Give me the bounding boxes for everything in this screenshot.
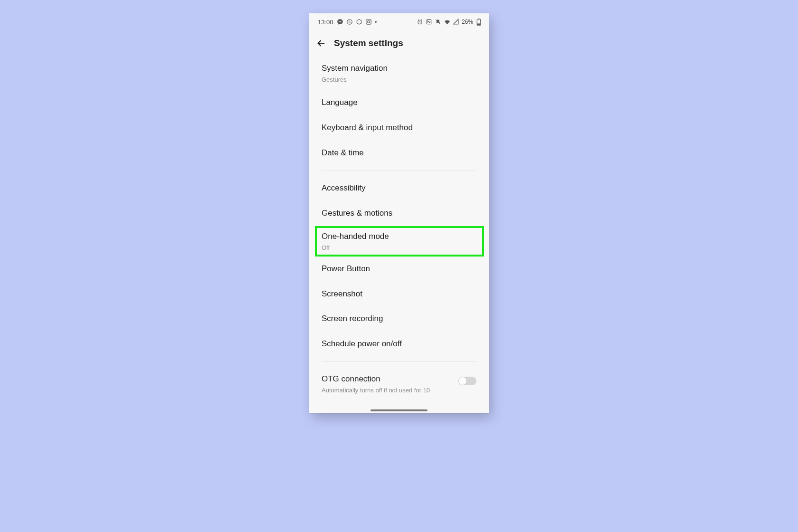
item-subtitle: Gestures [322,76,476,83]
item-title: Screenshot [322,289,476,300]
item-one-handed-mode[interactable]: One-handed mode Off [315,226,484,256]
page-title: System settings [334,38,403,48]
item-title: System navigation [322,63,476,74]
svg-point-0 [347,19,352,25]
status-right: 26% [417,19,482,26]
item-gestures-motions[interactable]: Gestures & motions [309,201,489,226]
back-button[interactable] [315,37,327,49]
item-screenshot[interactable]: Screenshot [309,282,489,307]
whatsapp-icon [346,19,353,26]
phone-frame: 13:00 [309,13,489,413]
status-bar: 13:00 [309,13,489,30]
mute-icon [435,19,442,26]
wifi-icon [444,19,451,26]
battery-text: 26% [462,19,473,25]
item-title: Accessibility [322,183,476,194]
item-title: Screen recording [322,314,476,324]
status-time: 13:00 [318,19,333,26]
item-otg-connection[interactable]: OTG connection Automatically turns off i… [309,367,489,401]
battery-icon [475,19,482,26]
divider [322,171,476,171]
item-title: One-handed mode [322,231,477,242]
item-accessibility[interactable]: Accessibility [309,176,489,201]
nfc-icon [426,19,433,26]
item-title: Gestures & motions [322,208,476,219]
item-title: Language [322,97,476,108]
alarm-icon [417,19,424,26]
item-title: OTG connection [322,374,453,385]
item-title: Keyboard & input method [322,123,476,133]
item-keyboard[interactable]: Keyboard & input method [309,115,489,141]
gesture-bar [370,409,428,411]
instagram-icon [365,19,372,26]
item-subtitle: Automatically turns off if not used for … [322,387,453,394]
settings-list: System navigation Gestures Language Keyb… [309,56,489,401]
item-schedule-power[interactable]: Schedule power on/off [309,332,489,357]
svg-rect-7 [478,19,479,19]
item-title: Power Button [322,264,476,275]
item-title: Date & time [322,148,476,159]
header: System settings [309,30,489,56]
divider [322,361,476,362]
more-dot-icon [375,21,377,23]
svg-point-3 [370,20,370,20]
status-left: 13:00 [318,19,377,26]
item-power-button[interactable]: Power Button [309,256,489,282]
otg-toggle[interactable] [458,377,476,385]
item-title: Schedule power on/off [322,339,476,350]
item-system-navigation[interactable]: System navigation Gestures [309,56,489,90]
svg-point-2 [368,21,370,23]
item-screen-recording[interactable]: Screen recording [309,306,489,332]
cube-icon [356,19,363,26]
messenger-icon [337,19,344,26]
arrow-left-icon [316,38,326,48]
item-language[interactable]: Language [309,90,489,115]
svg-rect-1 [366,19,371,25]
item-subtitle: Off [322,244,477,251]
svg-rect-8 [477,23,480,25]
item-date-time[interactable]: Date & time [309,141,489,166]
signal-icon [453,19,460,26]
